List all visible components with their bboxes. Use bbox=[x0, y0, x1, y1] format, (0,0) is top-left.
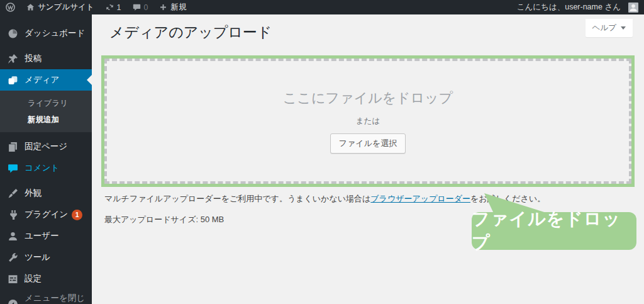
sidebar-item-label: メディア bbox=[25, 74, 59, 86]
sidebar-item-users[interactable]: ユーザー bbox=[0, 225, 92, 247]
settings-icon bbox=[6, 273, 19, 285]
select-files-button[interactable]: ファイルを選択 bbox=[330, 133, 406, 154]
submenu-item-add-new[interactable]: 新規追加 bbox=[0, 111, 92, 128]
dropzone-instruction: ここにファイルをドロップ bbox=[283, 89, 453, 108]
update-count: 1 bbox=[117, 3, 121, 12]
admin-bar-right: こんにちは、user-name さん bbox=[511, 0, 644, 14]
sidebar-item-label: 投稿 bbox=[25, 53, 42, 64]
sidebar-item-label: 固定ページ bbox=[25, 141, 67, 152]
sidebar-item-pages[interactable]: 固定ページ bbox=[0, 136, 92, 157]
upload-dropzone[interactable]: ここにファイルをドロップ または ファイルを選択 bbox=[104, 59, 631, 184]
sidebar-item-plugins[interactable]: プラグイン 1 bbox=[0, 204, 92, 225]
media-submenu: ライブラリ 新規追加 bbox=[0, 91, 92, 132]
sidebar-item-settings[interactable]: 設定 bbox=[0, 268, 92, 290]
sidebar-item-label: ツール bbox=[25, 252, 50, 263]
sidebar-item-label: 設定 bbox=[25, 273, 42, 284]
paintbrush-icon bbox=[6, 187, 19, 200]
update-arrows-icon bbox=[106, 3, 114, 11]
notice-text-before: マルチファイルアップローダーをご利用中です。うまくいかない場合は bbox=[104, 194, 370, 203]
pushpin-icon bbox=[6, 52, 19, 65]
admin-sidebar: ダッシュボード 投稿 メディア ライブラリ 新規追加 bbox=[0, 14, 92, 304]
new-content-link[interactable]: 新規 bbox=[153, 0, 192, 14]
site-name-link[interactable]: サンプルサイト bbox=[21, 0, 100, 14]
page-title: メディアのアップロード bbox=[97, 23, 644, 42]
pages-icon bbox=[6, 140, 19, 153]
sidebar-item-label: ユーザー bbox=[25, 230, 59, 242]
user-avatar bbox=[628, 3, 638, 13]
annotation-callout: ファイルをドロップ bbox=[472, 212, 636, 250]
admin-bar: サンプルサイト 1 0 新規 bbox=[0, 0, 644, 14]
sidebar-item-label: メニューを閉じる bbox=[25, 293, 87, 304]
home-icon bbox=[26, 3, 35, 11]
help-button-label: ヘルプ bbox=[592, 23, 616, 33]
plus-icon bbox=[159, 3, 167, 11]
media-icon bbox=[6, 74, 19, 86]
wp-logo-menu[interactable] bbox=[0, 0, 21, 14]
greeting-label: こんにちは、user-name さん bbox=[517, 2, 621, 13]
wrench-icon bbox=[6, 251, 19, 264]
sidebar-item-label: ダッシュボード bbox=[25, 28, 85, 39]
comment-bubble-icon bbox=[133, 3, 141, 11]
wordpress-admin-screen: サンプルサイト 1 0 新規 bbox=[0, 0, 644, 304]
site-name-label: サンプルサイト bbox=[38, 2, 94, 13]
admin-bar-left: サンプルサイト 1 0 新規 bbox=[0, 0, 192, 14]
updates-link[interactable]: 1 bbox=[100, 0, 127, 14]
sidebar-item-label: プラグイン bbox=[25, 209, 68, 220]
admin-menu: ダッシュボード 投稿 メディア ライブラリ 新規追加 bbox=[0, 14, 92, 304]
comments-link[interactable]: 0 bbox=[127, 0, 154, 14]
collapse-arrow-icon bbox=[6, 298, 19, 304]
sidebar-item-posts[interactable]: 投稿 bbox=[0, 48, 92, 69]
sidebar-item-label: コメント bbox=[25, 162, 59, 174]
comment-count: 0 bbox=[144, 3, 148, 12]
help-button[interactable]: ヘルプ bbox=[586, 19, 633, 37]
user-icon bbox=[6, 230, 19, 242]
browser-uploader-link[interactable]: ブラウザーアップローダー bbox=[370, 194, 470, 203]
sidebar-item-label: 外観 bbox=[25, 188, 42, 199]
plugin-icon bbox=[6, 208, 19, 221]
plugin-update-badge: 1 bbox=[72, 210, 82, 220]
comment-icon bbox=[6, 162, 19, 174]
sidebar-item-appearance[interactable]: 外観 bbox=[0, 183, 92, 204]
account-menu[interactable]: こんにちは、user-name さん bbox=[511, 0, 644, 14]
caret-down-icon bbox=[621, 26, 626, 30]
dropzone-or-label: または bbox=[356, 116, 380, 127]
new-label: 新規 bbox=[170, 2, 186, 13]
main-content: ヘルプ メディアのアップロード ここにファイルをドロップ または ファイルを選択… bbox=[92, 14, 644, 304]
submenu-item-library[interactable]: ライブラリ bbox=[0, 95, 92, 111]
sidebar-item-tools[interactable]: ツール bbox=[0, 247, 92, 268]
collapse-menu-button[interactable]: メニューを閉じる bbox=[0, 293, 92, 304]
wordpress-logo-icon bbox=[6, 3, 15, 12]
sidebar-item-comments[interactable]: コメント bbox=[0, 157, 92, 179]
callout-label: ファイルをドロップ bbox=[472, 207, 636, 255]
sidebar-item-dashboard[interactable]: ダッシュボード bbox=[0, 23, 92, 44]
dashboard-gauge-icon bbox=[6, 27, 19, 40]
sidebar-item-media[interactable]: メディア bbox=[0, 69, 92, 91]
